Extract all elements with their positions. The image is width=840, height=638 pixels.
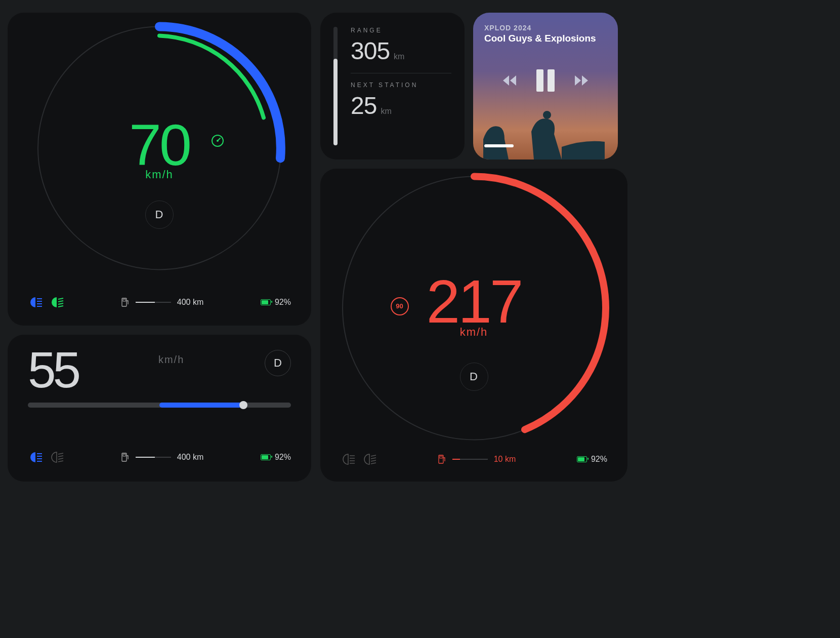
fuel-range-indicator: 400 km	[121, 453, 203, 462]
battery-indicator: 92%	[577, 455, 607, 464]
speedometer-green-card: 70 km/h D 400 km 92%	[8, 13, 311, 326]
svg-line-32	[58, 461, 63, 462]
fuel-range-text: 400 km	[177, 298, 203, 307]
speed-limit-indicator: 90	[391, 297, 409, 315]
range-label: RANGE	[351, 27, 451, 34]
fuel-pump-icon	[121, 453, 130, 462]
gear-indicator: D	[145, 201, 174, 229]
gear-indicator: D	[460, 363, 488, 391]
battery-indicator: 92%	[261, 298, 291, 307]
gear-indicator: D	[265, 350, 291, 376]
speed-value: 55	[28, 347, 78, 392]
light-indicators	[341, 453, 377, 465]
battery-icon	[261, 299, 271, 305]
svg-rect-24	[440, 456, 442, 458]
svg-line-9	[58, 303, 63, 304]
svg-rect-34	[123, 454, 125, 456]
next-station-value: 25	[351, 92, 376, 119]
fuel-range-indicator: 10 km	[438, 455, 516, 464]
svg-rect-12	[123, 299, 125, 301]
svg-line-29	[58, 453, 63, 454]
svg-point-13	[543, 111, 551, 119]
media-artist: XPLOD 2024	[484, 24, 607, 32]
svg-line-8	[58, 301, 63, 302]
speedometer-red-card: 90 217 km/h D 10 km 92%	[320, 169, 627, 482]
fuel-range-text: 10 km	[494, 455, 516, 464]
svg-line-10	[58, 306, 63, 307]
next-track-button[interactable]	[574, 74, 588, 87]
next-station-label: NEXT STATION	[351, 82, 451, 89]
svg-line-22	[371, 463, 376, 464]
range-unit: km	[394, 52, 404, 61]
speed-unit: km/h	[158, 354, 184, 366]
media-player-card: XPLOD 2024 Cool Guys & Explosions	[473, 13, 618, 160]
speed-value: 70	[129, 119, 190, 172]
speed-readout: 70 km/h	[129, 119, 190, 182]
fuel-pump-icon	[438, 455, 446, 464]
speed-bar-fill	[159, 403, 243, 408]
fuel-range-text: 400 km	[177, 453, 203, 462]
svg-line-7	[58, 298, 63, 299]
speed-readout: 217 km/h	[426, 274, 521, 339]
status-bar: 400 km 92%	[28, 448, 291, 466]
svg-line-31	[58, 458, 63, 459]
battery-icon	[577, 456, 587, 462]
fuel-range-indicator: 400 km	[121, 298, 203, 307]
high-beam-icon	[28, 451, 43, 463]
range-value: 305	[351, 37, 390, 64]
media-progress-bar[interactable]	[484, 144, 514, 147]
high-beam-icon	[28, 296, 43, 308]
svg-line-20	[371, 458, 376, 459]
battery-pct: 92%	[275, 453, 291, 462]
svg-line-30	[58, 456, 63, 457]
battery-pct: 92%	[275, 298, 291, 307]
next-station-unit: km	[381, 107, 391, 115]
svg-line-21	[371, 460, 376, 461]
previous-track-button[interactable]	[503, 74, 517, 87]
speed-bar-thumb	[239, 401, 247, 409]
battery-pct: 92%	[591, 455, 607, 464]
low-beam-icon	[49, 451, 64, 463]
speed-value: 217	[426, 274, 521, 329]
low-beam-icon	[362, 453, 377, 465]
cruise-control-icon	[210, 133, 225, 148]
media-track-title: Cool Guys & Explosions	[484, 33, 607, 44]
light-indicators	[28, 296, 64, 308]
speedometer-bar-card: 55 km/h D 400 km 92%	[8, 335, 311, 482]
svg-point-2	[217, 140, 219, 142]
battery-indicator: 92%	[261, 453, 291, 462]
range-vertical-bar	[333, 27, 338, 145]
album-art	[473, 104, 618, 160]
low-beam-icon	[49, 296, 64, 308]
high-beam-icon	[341, 453, 356, 465]
speed-bar-track	[28, 403, 291, 408]
light-indicators	[28, 451, 64, 463]
fuel-pump-icon	[121, 298, 130, 307]
status-bar: 10 km 92%	[341, 450, 607, 468]
range-vertical-bar-fill	[333, 59, 338, 145]
range-card: RANGE 305km NEXT STATION 25km	[320, 13, 465, 160]
status-bar: 400 km 92%	[28, 293, 291, 311]
svg-line-19	[371, 455, 376, 456]
battery-icon	[261, 454, 271, 460]
pause-button[interactable]	[536, 69, 555, 92]
